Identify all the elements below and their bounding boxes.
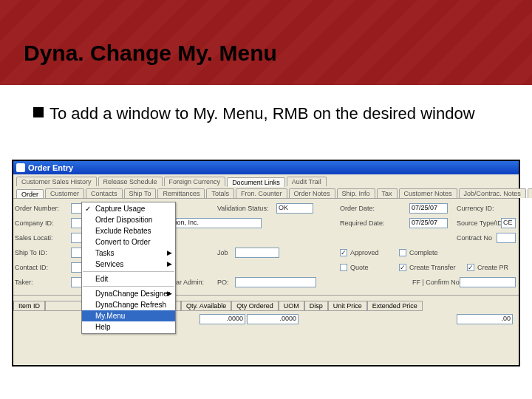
check-create-pr[interactable]: ✓ bbox=[467, 264, 474, 271]
label-create-transfer: Create Transfer bbox=[409, 264, 456, 271]
input-required-date[interactable]: 07/25/07 bbox=[409, 218, 448, 228]
tab-customer-notes[interactable]: Customer Notes bbox=[399, 188, 457, 198]
bullet-square-icon bbox=[33, 107, 44, 117]
menu-help[interactable]: Help bbox=[82, 321, 175, 332]
menu-tasks[interactable]: Tasks▶ bbox=[82, 248, 175, 259]
input-contract-no[interactable] bbox=[497, 233, 516, 243]
menu-dynachange-refresh[interactable]: DynaChange Refresh bbox=[82, 299, 175, 310]
label-currency-id: Currency ID: bbox=[457, 205, 494, 212]
col-uom[interactable]: UOM bbox=[279, 301, 304, 311]
tab-front-counter[interactable]: Fron. Counter bbox=[236, 188, 287, 198]
bullet-text: To add a window to My. Menu, RMB on the … bbox=[33, 103, 510, 124]
tab-foreign-currency[interactable]: Foreign Currency bbox=[164, 177, 226, 186]
label-contact-id: Contact ID: bbox=[15, 264, 48, 271]
upper-tab-row: Customer Sales History Release Schedule … bbox=[13, 174, 519, 186]
col-extended-price[interactable]: Extended Price bbox=[367, 301, 423, 311]
input-job[interactable] bbox=[235, 248, 279, 258]
tab-tax[interactable]: Tax bbox=[377, 188, 398, 198]
grid-headers: Item ID Qty. Available Qty Ordered UOM D… bbox=[13, 301, 423, 311]
tab-remittances[interactable]: Remittances bbox=[157, 188, 205, 198]
menu-capture-usage-label: Capture Usage bbox=[95, 205, 145, 213]
cell-qty-available[interactable]: .0000 bbox=[200, 314, 245, 324]
label-complete: Complete bbox=[409, 249, 438, 256]
tab-ship-info[interactable]: Ship. Info bbox=[337, 188, 375, 198]
tab-release-schedule[interactable]: Release Schedule bbox=[98, 177, 163, 186]
tab-audit-trail[interactable]: Audit Trail bbox=[287, 177, 327, 186]
menu-tasks-label: Tasks bbox=[95, 249, 115, 257]
menu-convert-to-order[interactable]: Convert to Order bbox=[82, 236, 175, 248]
col-disp[interactable]: Disp bbox=[304, 301, 328, 311]
slide-title: Dyna. Change My. Menu bbox=[24, 41, 277, 66]
check-quote[interactable] bbox=[340, 264, 347, 271]
window-titlebar[interactable]: Order Entry bbox=[13, 161, 519, 174]
input-ff-confirm-no[interactable] bbox=[460, 277, 516, 287]
input-order-date[interactable]: 07/25/07 bbox=[409, 203, 448, 214]
check-complete[interactable] bbox=[399, 249, 406, 256]
input-source-type-id[interactable]: CE bbox=[501, 218, 516, 228]
tab-order-notes[interactable]: Order Notes bbox=[289, 188, 335, 198]
label-job: Job bbox=[217, 249, 228, 256]
tab-contacts[interactable]: Contacts bbox=[86, 188, 123, 198]
col-unit-price[interactable]: Unit Price bbox=[328, 301, 367, 311]
menu-dynachange-designer-label: DynaChange Designer bbox=[95, 290, 170, 298]
tab-sales[interactable]: Sales bbox=[528, 188, 532, 198]
cell-qty-ordered[interactable]: .0000 bbox=[247, 314, 299, 324]
input-po[interactable] bbox=[235, 277, 316, 287]
col-qty-ordered[interactable]: Qty Ordered bbox=[231, 301, 279, 311]
label-approved: Approved bbox=[350, 249, 379, 256]
tab-document-links[interactable]: Document Links bbox=[227, 177, 285, 187]
label-quote: Quote bbox=[350, 264, 369, 271]
label-ship-to-id: Ship To ID: bbox=[15, 249, 47, 256]
slide-header: Dyna. Change My. Menu bbox=[0, 0, 532, 85]
menu-capture-usage[interactable]: ✓Capture Usage bbox=[82, 203, 175, 214]
col-qty-available[interactable]: Qty. Available bbox=[181, 301, 231, 311]
label-order-date: Order Date: bbox=[340, 205, 375, 212]
app-screenshot: Order Entry Customer Sales History Relea… bbox=[12, 160, 520, 366]
form-area: Order Number: Company ID: Sales Locati: … bbox=[13, 198, 519, 357]
label-source-type-id: Source Type/ID: bbox=[457, 219, 504, 227]
label-taker: Taker: bbox=[15, 279, 33, 286]
label-required-date: Required Date: bbox=[340, 219, 385, 227]
menu-exclude-rebates[interactable]: Exclude Rebates bbox=[82, 225, 175, 236]
menu-services-label: Services bbox=[95, 260, 123, 268]
tab-ship-to[interactable]: Ship To bbox=[124, 188, 157, 198]
label-ff-confirm-no: FF | Confirm No: bbox=[412, 279, 461, 286]
input-validation-status[interactable]: OK bbox=[276, 203, 313, 214]
chevron-right-icon: ▶ bbox=[167, 260, 172, 267]
chevron-right-icon: ▶ bbox=[167, 249, 172, 256]
menu-separator-2 bbox=[83, 286, 174, 287]
check-approved[interactable]: ✓ bbox=[340, 249, 347, 256]
label-create-pr: Create PR bbox=[477, 264, 508, 271]
tab-customer-sales-history[interactable]: Customer Sales History bbox=[16, 177, 97, 186]
app-icon bbox=[16, 163, 25, 172]
cell-extended-price[interactable]: .00 bbox=[457, 314, 513, 324]
label-po: PO: bbox=[217, 279, 229, 286]
label-sales-location: Sales Locati: bbox=[15, 234, 53, 242]
menu-edit[interactable]: Edit bbox=[82, 273, 175, 284]
label-order-number: Order Number: bbox=[15, 205, 59, 212]
menu-order-disposition[interactable]: Order Disposition bbox=[82, 214, 175, 225]
col-item-id[interactable]: Item ID bbox=[13, 301, 45, 311]
label-contract-no: Contract No bbox=[457, 234, 492, 242]
tab-totals[interactable]: Totals bbox=[206, 188, 234, 198]
tab-job-contract-notes[interactable]: Job/Contrac. Notes bbox=[459, 188, 526, 198]
context-menu: ✓Capture Usage Order Disposition Exclude… bbox=[81, 202, 176, 334]
menu-mymenu[interactable]: My.Menu bbox=[82, 310, 175, 321]
menu-separator-1 bbox=[83, 271, 174, 272]
bullet-label: To add a window to My. Menu, RMB on the … bbox=[50, 104, 475, 123]
window-title: Order Entry bbox=[28, 163, 73, 172]
menu-services[interactable]: Services▶ bbox=[82, 259, 175, 270]
tab-customer[interactable]: Customer bbox=[45, 188, 84, 198]
lower-tab-row: Order Customer Contacts Ship To Remittan… bbox=[13, 186, 519, 198]
menu-dynachange-designer[interactable]: DynaChange Designer▶ bbox=[82, 288, 175, 299]
check-create-transfer[interactable]: ✓ bbox=[399, 264, 406, 271]
label-company-id: Company ID: bbox=[15, 219, 54, 227]
label-validation-status: Validation Status: bbox=[217, 205, 268, 212]
label-admin: ar Admin: bbox=[176, 279, 204, 286]
chevron-right-icon: ▶ bbox=[167, 290, 172, 297]
